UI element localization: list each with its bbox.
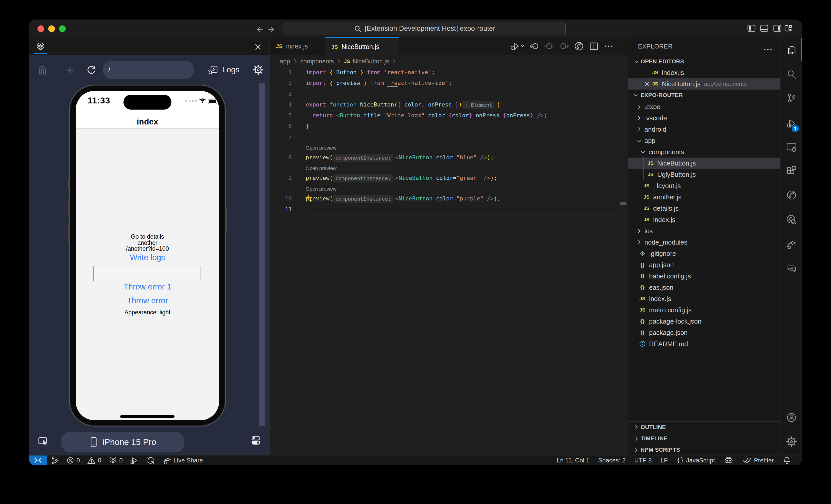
write-logs-button[interactable]: Write logs (76, 253, 219, 262)
status-remote[interactable] (29, 455, 47, 465)
status-debug-alt[interactable] (126, 455, 143, 465)
tree-item-ios[interactable]: ios (628, 225, 780, 237)
tree-item-package.json[interactable]: {}package.json (628, 327, 780, 338)
command-center[interactable]: [Extension Development Host] expo-router (284, 22, 566, 35)
status-bell[interactable] (782, 455, 791, 465)
close-icon[interactable] (642, 80, 652, 88)
breadcrumb-item[interactable]: NiceButton.js (353, 58, 389, 65)
status-sync[interactable] (143, 455, 159, 465)
activity-source-control-icon[interactable] (780, 86, 802, 110)
text-input[interactable] (93, 266, 200, 281)
activity-remote-explorer-icon[interactable] (780, 136, 802, 159)
breadcrumb-item[interactable]: ... (399, 58, 404, 65)
throw-error-1-button[interactable]: Throw error 1 (76, 282, 219, 292)
tree-item-app[interactable]: app (628, 135, 780, 146)
logs-button[interactable]: Logs (207, 63, 246, 77)
activity-circle-graph-icon[interactable] (780, 183, 802, 207)
traffic-close-button[interactable] (37, 25, 44, 32)
status-spaces-2[interactable]: Spaces: 2 (598, 455, 626, 465)
section-npm-scripts[interactable]: NPM SCRIPTS (628, 444, 780, 455)
status-prettier[interactable]: Prettier (742, 455, 774, 465)
codelens-open-preview[interactable]: Open preview (270, 163, 628, 173)
status-warning[interactable]: 0 (83, 455, 105, 465)
toggle-panel-icon[interactable] (760, 24, 769, 33)
circle-dashed-icon[interactable] (544, 41, 554, 51)
status-copilot[interactable] (724, 455, 734, 465)
tree-item-eas.json[interactable]: {}eas.json (628, 282, 780, 293)
radon-ide-tab[interactable] (29, 37, 52, 55)
iphone-screen[interactable]: 11:33 index Go to details another /anoth… (76, 91, 219, 420)
traffic-minimize-button[interactable] (48, 25, 55, 32)
codelens-open-preview[interactable]: Open preview (270, 142, 628, 152)
open-in-editor-icon[interactable] (37, 436, 49, 447)
tree-item-android[interactable]: android (628, 124, 780, 135)
tree-item-app.json[interactable]: {}app.json (628, 259, 780, 270)
status-source-control-graph[interactable] (47, 455, 63, 465)
throw-error-button[interactable]: Throw error (76, 296, 219, 305)
code-editor[interactable]: 1import { Button } from 'react-native';2… (270, 67, 628, 215)
activity-files-icon[interactable] (780, 38, 802, 62)
nav-back-icon[interactable] (64, 65, 76, 76)
open-editor-index.js[interactable]: JSindex.js (628, 67, 780, 78)
code-line-3[interactable]: 3 (270, 89, 628, 99)
tree-item-node_modules[interactable]: node_modules (628, 237, 780, 248)
open-editor-NiceButton.js[interactable]: JSNiceButton.jsapp/components (628, 78, 780, 90)
tree-item-package-lock.json[interactable]: {}package-lock.json (628, 316, 780, 327)
status-javascript[interactable]: JavaScript (677, 455, 715, 465)
more-actions-icon[interactable] (604, 41, 614, 51)
tree-item-NiceButton.js[interactable]: JSNiceButton.js (628, 157, 780, 169)
device-select[interactable]: iPhone 15 Pro (61, 432, 184, 452)
section-open-editors[interactable]: OPEN EDITORS (628, 56, 780, 67)
circle-arrow-right-icon[interactable] (559, 41, 569, 51)
tree-item-.vscode[interactable]: .vscode (628, 112, 780, 124)
tree-item-details.js[interactable]: JSdetails.js (628, 203, 780, 214)
section-workspace-root[interactable]: EXPO-ROUTER (628, 90, 780, 101)
code-line-6[interactable]: 6} (270, 121, 628, 131)
tree-item-index.js[interactable]: JSindex.js (628, 214, 780, 225)
activity-account-icon[interactable] (780, 406, 802, 429)
customize-layout-icon[interactable] (783, 24, 793, 33)
toggle-secondary-sidebar-icon[interactable] (773, 24, 782, 33)
inspect-magnet-icon[interactable] (37, 65, 48, 76)
tab-index-js[interactable]: JS index.js (270, 37, 325, 55)
tree-item-index.js[interactable]: JSindex.js (628, 293, 780, 304)
code-line-4[interactable]: 4export function NiceButton({ color, onP… (270, 99, 628, 110)
url-select[interactable]: / (103, 61, 194, 79)
activity-search-icon[interactable] (780, 62, 802, 86)
activity-debug-icon[interactable]: 1 (780, 112, 802, 135)
codelens-open-preview[interactable]: Open preview (270, 183, 628, 193)
tree-item-babel.config.js[interactable]: Bbabel.config.js (628, 270, 780, 282)
section-timeline[interactable]: TIMELINE (628, 433, 780, 444)
tree-item-README.md[interactable]: README.md (628, 338, 780, 350)
code-line-5[interactable]: 5 return <Button title="Write logs" colo… (270, 110, 628, 121)
code-line-10[interactable]: 10preview(componentInstance:<NiceButton … (270, 193, 628, 204)
status-radio-tower[interactable]: 0 (105, 455, 126, 465)
status-lf[interactable]: LF (661, 455, 668, 465)
activity-settings-gear-icon[interactable] (780, 430, 802, 453)
status-ln-11-col-1[interactable]: Ln 11, Col 1 (557, 455, 590, 465)
activity-share-icon[interactable] (780, 233, 802, 256)
navigate-back-circle-icon[interactable] (529, 41, 540, 51)
status-live-share[interactable]: Live Share (159, 455, 207, 465)
status-utf-8[interactable]: UTF-8 (634, 455, 652, 465)
commit-graph-icon[interactable] (574, 41, 584, 51)
debug-run-icon[interactable] (510, 41, 524, 51)
tree-item-UglyButton.js[interactable]: JSUglyButton.js (628, 169, 780, 180)
panel-close-icon[interactable] (253, 42, 262, 52)
activity-comment-discussion-icon[interactable] (780, 256, 802, 280)
tree-item-metro.config.js[interactable]: JSmetro.config.js (628, 304, 780, 316)
status-error[interactable]: 0 (63, 455, 83, 465)
code-line-2[interactable]: 2import { preview } from 'react-native-i… (270, 78, 628, 89)
history-forward-button[interactable] (268, 25, 277, 34)
another-link[interactable]: another (76, 240, 219, 246)
code-line-1[interactable]: 1import { Button } from 'react-native'; (270, 67, 628, 78)
tree-item-.gitignore[interactable]: .gitignore (628, 248, 780, 259)
section-outline[interactable]: OUTLINE (628, 422, 780, 433)
code-line-9[interactable]: 9preview(componentInstance:<NiceButton c… (270, 173, 628, 183)
toggle-primary-sidebar-icon[interactable] (747, 24, 756, 33)
breadcrumb-item[interactable]: app (280, 58, 290, 65)
code-line-8[interactable]: 8preview(componentInstance:<NiceButton c… (270, 152, 628, 163)
split-editor-icon[interactable] (589, 41, 599, 51)
tab-nicebutton-js[interactable]: JS NiceButton.js (325, 37, 399, 56)
copilot-sparkle-icon[interactable] (305, 194, 313, 202)
